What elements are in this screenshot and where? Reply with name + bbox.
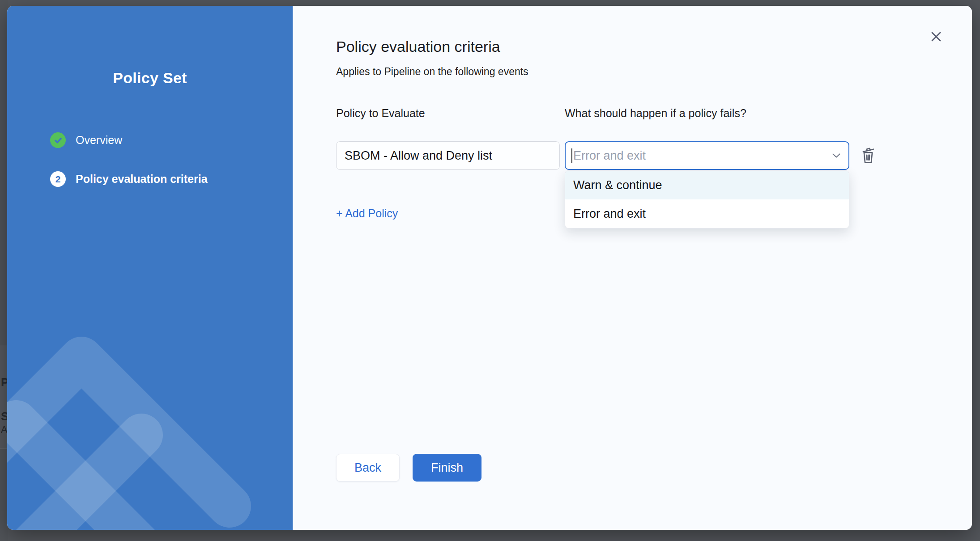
wizard-title: Policy Set bbox=[7, 6, 293, 87]
step-label: Overview bbox=[76, 134, 122, 147]
modal-content: Policy evaluation criteria Applies to Pi… bbox=[294, 6, 972, 530]
chevron-down-icon bbox=[832, 153, 840, 158]
wizard-steps: Overview 2 Policy evaluation criteria bbox=[50, 132, 208, 210]
policy-to-evaluate-label: Policy to Evaluate bbox=[336, 107, 425, 120]
step-label: Policy evaluation criteria bbox=[76, 173, 208, 186]
step-overview[interactable]: Overview bbox=[50, 132, 208, 148]
screen: P S A Policy Set Overview 2 Policy ev bbox=[0, 0, 980, 541]
wizard-sidebar: Policy Set Overview 2 Policy evaluation … bbox=[7, 6, 294, 530]
combobox-placeholder: Error and exit bbox=[573, 149, 832, 163]
step-number-badge: 2 bbox=[50, 171, 66, 187]
text-cursor bbox=[571, 148, 572, 163]
step-policy-evaluation-criteria[interactable]: 2 Policy evaluation criteria bbox=[50, 171, 208, 187]
finish-button[interactable]: Finish bbox=[413, 454, 481, 482]
option-error-exit[interactable]: Error and exit bbox=[565, 199, 849, 228]
policy-fail-combobox[interactable]: Error and exit bbox=[565, 141, 849, 170]
close-icon bbox=[929, 29, 944, 44]
close-button[interactable] bbox=[926, 27, 946, 47]
page-title: Policy evaluation criteria bbox=[336, 38, 500, 55]
back-button[interactable]: Back bbox=[336, 454, 400, 482]
option-warn-continue[interactable]: Warn & continue bbox=[565, 171, 849, 199]
delete-policy-button[interactable] bbox=[858, 144, 878, 166]
policy-set-modal: Policy Set Overview 2 Policy evaluation … bbox=[7, 6, 972, 530]
add-policy-link[interactable]: + Add Policy bbox=[336, 207, 398, 220]
page-subtitle: Applies to Pipeline on the following eve… bbox=[336, 66, 528, 78]
step-completed-check-icon bbox=[50, 132, 66, 148]
background-text-fragment: A bbox=[1, 424, 8, 435]
policy-to-evaluate-input[interactable] bbox=[336, 141, 560, 170]
trash-icon bbox=[860, 145, 877, 165]
policy-fail-label: What should happen if a policy fails? bbox=[565, 107, 746, 120]
combobox-dropdown-menu: Warn & continue Error and exit bbox=[565, 170, 849, 228]
